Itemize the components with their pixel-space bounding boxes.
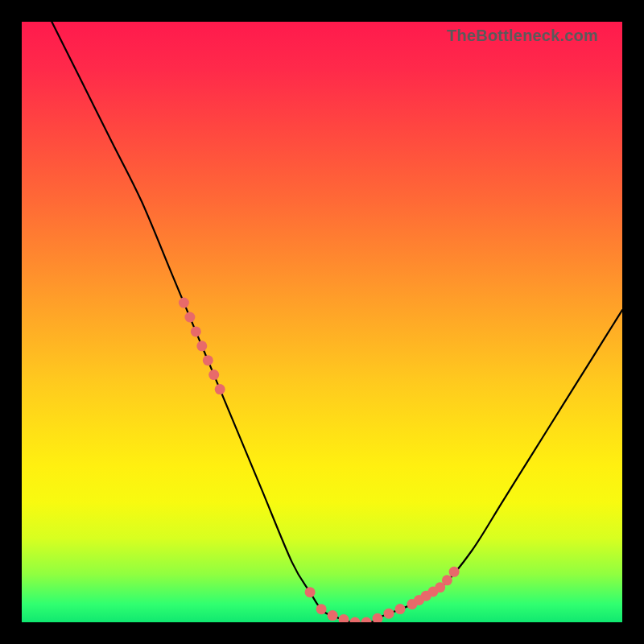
highlight-dot — [215, 384, 225, 394]
highlight-dot — [442, 575, 452, 585]
highlight-dot — [184, 312, 195, 323]
highlight-dot — [316, 604, 327, 614]
chart-container: TheBottleneck.com — [0, 0, 644, 644]
highlight-dot — [305, 587, 316, 597]
highlight-dot — [179, 298, 189, 308]
highlight-dot — [449, 567, 460, 577]
highlight-dot — [191, 326, 201, 336]
highlight-dot — [395, 604, 406, 614]
highlight-dot — [203, 355, 213, 365]
highlight-dot — [328, 610, 338, 621]
plot-area: TheBottleneck.com — [22, 22, 622, 622]
highlight-dot — [196, 341, 207, 351]
highlight-dot — [373, 613, 383, 622]
highlight-dot — [384, 609, 394, 619]
highlight-dot — [339, 614, 349, 622]
highlight-dot — [361, 617, 372, 623]
highlight-dot — [208, 369, 219, 380]
highlight-dot — [350, 617, 361, 623]
bottleneck-curve — [22, 22, 622, 622]
